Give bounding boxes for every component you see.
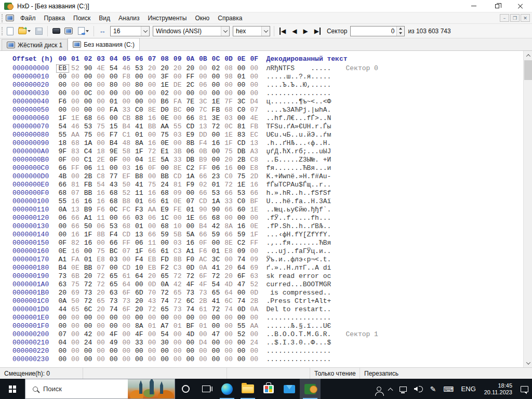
hex-byte[interactable]: 81 [235, 123, 248, 131]
hex-byte[interactable]: EC [248, 131, 261, 139]
hex-byte[interactable]: 65 [158, 272, 171, 281]
hex-byte[interactable]: 00 [95, 330, 108, 339]
hex-byte[interactable]: 72 [145, 305, 158, 314]
hex-byte[interactable]: 4B [56, 172, 69, 181]
decoded-text[interactable]: ..B.O.O.T.M.G.R. [267, 330, 331, 339]
hex-byte[interactable]: 4F [107, 330, 120, 339]
hex-byte[interactable]: C1 [120, 131, 133, 139]
hex-byte[interactable]: 68 [209, 214, 222, 222]
touch-keyboard-button[interactable]: ⌨ [440, 379, 457, 399]
hex-byte[interactable]: 00 [107, 355, 120, 364]
decoded-text[interactable]: џѓД.ћX.rб;...uЫЈ [267, 148, 331, 156]
hex-byte[interactable]: 73 [184, 289, 197, 297]
hex-byte[interactable]: EB [145, 256, 158, 264]
hex-byte[interactable]: 73 [82, 289, 95, 297]
decoded-text[interactable]: ...‹фН.fY[ZfYfY. [267, 231, 331, 239]
hex-byte[interactable]: FF [248, 239, 261, 247]
hex-byte[interactable]: 74 [222, 305, 235, 314]
hex-byte[interactable]: 20 [222, 264, 235, 272]
close-button[interactable] [509, 0, 532, 12]
decoded-text[interactable]: curred...BOOTMGR [267, 281, 331, 289]
hex-byte[interactable]: 20 [222, 156, 235, 164]
hex-byte[interactable]: 00 [145, 89, 158, 98]
hex-byte[interactable]: 1F [133, 247, 146, 256]
hex-byte[interactable]: 63 [107, 289, 120, 297]
hex-byte[interactable]: 75 [145, 181, 158, 189]
cortana-button[interactable] [175, 379, 196, 399]
hex-byte[interactable]: DB [235, 148, 248, 156]
hex-byte[interactable]: 00 [56, 355, 69, 364]
hex-byte[interactable]: 00 [69, 98, 82, 106]
hex-byte[interactable]: 0D [184, 264, 197, 272]
hex-byte[interactable]: 06 [56, 214, 69, 222]
hex-byte[interactable]: 65 [69, 305, 82, 314]
hex-byte[interactable]: 75 [95, 247, 108, 256]
hex-byte[interactable]: 04 [56, 339, 69, 347]
hex-byte[interactable]: 33 [171, 156, 184, 164]
hex-byte[interactable]: 44 [56, 305, 69, 314]
hex-byte[interactable]: 00 [235, 81, 248, 89]
hex-byte[interactable]: 00 [56, 81, 69, 89]
hex-byte[interactable]: 42 [209, 222, 222, 231]
hex-byte[interactable]: D4 [197, 339, 210, 347]
hex-byte[interactable]: 54 [158, 330, 171, 339]
mdi-restore-button[interactable]: ❐ [510, 14, 520, 22]
hex-byte[interactable]: 8A [133, 139, 146, 148]
hex-byte[interactable]: A1 [82, 214, 95, 222]
hex-byte[interactable]: 00 [209, 322, 222, 330]
hex-byte[interactable]: 41 [133, 123, 146, 131]
hex-byte[interactable]: 00 [95, 239, 108, 247]
hex-byte[interactable]: 00 [133, 355, 146, 364]
decoded-text[interactable]: лRђNTFS ..... [267, 64, 331, 73]
hex-byte[interactable]: 00 [82, 322, 95, 330]
hex-byte[interactable]: 0C [107, 206, 120, 214]
hex-byte[interactable]: AA [248, 322, 261, 330]
hex-byte[interactable]: 1E [248, 206, 261, 214]
hex-byte[interactable]: 00 [222, 330, 235, 339]
hex-byte[interactable]: 00 [248, 314, 261, 322]
hex-byte[interactable]: 65 [158, 305, 171, 314]
encoding-combo[interactable]: Windows (ANSI) [153, 26, 230, 36]
hex-byte[interactable]: D4 [248, 98, 261, 106]
hex-byte[interactable]: 00 [120, 355, 133, 364]
pen-button[interactable]: ✎ [427, 379, 440, 399]
hex-byte[interactable]: 41 [209, 297, 222, 305]
hex-byte[interactable]: B4 [107, 139, 120, 148]
bytes-per-row-combo[interactable]: 16 [110, 26, 150, 36]
hex-byte[interactable]: 72 [158, 289, 171, 297]
clock[interactable]: 18:45 20.11.2023 [480, 382, 517, 396]
hex-byte[interactable]: 00 [95, 81, 108, 89]
hex-byte[interactable]: 20 [145, 272, 158, 281]
hex-byte[interactable]: 3C [197, 98, 210, 106]
hex-byte[interactable]: 50 [82, 222, 95, 231]
hex-byte[interactable]: 13 [197, 123, 210, 131]
hex-byte[interactable]: 00 [209, 239, 222, 247]
hex-byte[interactable]: 61 [197, 305, 210, 314]
hex-byte[interactable]: 90 [209, 206, 222, 214]
hex-byte[interactable]: 7C [197, 106, 210, 114]
hex-byte[interactable]: 13 [248, 139, 261, 148]
hex-byte[interactable]: 00 [145, 347, 158, 355]
decoded-text[interactable]: ....ъ3АЋРј.|ыhА. [267, 106, 331, 114]
hex-byte[interactable]: 20 [145, 64, 158, 73]
hex-byte[interactable]: 18 [56, 139, 69, 148]
hex-byte[interactable]: 68 [107, 197, 120, 206]
hex-byte[interactable]: 00 [235, 339, 248, 347]
hex-byte[interactable]: B4 [120, 123, 133, 131]
hex-byte[interactable]: 07 [120, 247, 133, 256]
hex-byte[interactable]: 01 [209, 181, 222, 189]
hex-byte[interactable]: 2B [82, 172, 95, 181]
hex-byte[interactable]: 3C [235, 98, 248, 106]
hex-byte[interactable]: 54 [209, 281, 222, 289]
hex-byte[interactable]: 00 [107, 73, 120, 81]
hex-byte[interactable]: 3C [209, 256, 222, 264]
hex-byte[interactable]: 64 [222, 289, 235, 297]
hex-byte[interactable]: 52 [120, 189, 133, 197]
hex-byte[interactable]: 66 [222, 231, 235, 239]
hex-byte[interactable]: 9E [107, 148, 120, 156]
hex-byte[interactable]: 00 [145, 330, 158, 339]
decoded-text[interactable]: K.+Иwпё.»Н.f#Аu- [267, 172, 331, 181]
hex-byte[interactable]: 6C [82, 305, 95, 314]
hex-byte[interactable]: 13 [69, 206, 82, 214]
hex-byte[interactable]: 73 [171, 305, 184, 314]
